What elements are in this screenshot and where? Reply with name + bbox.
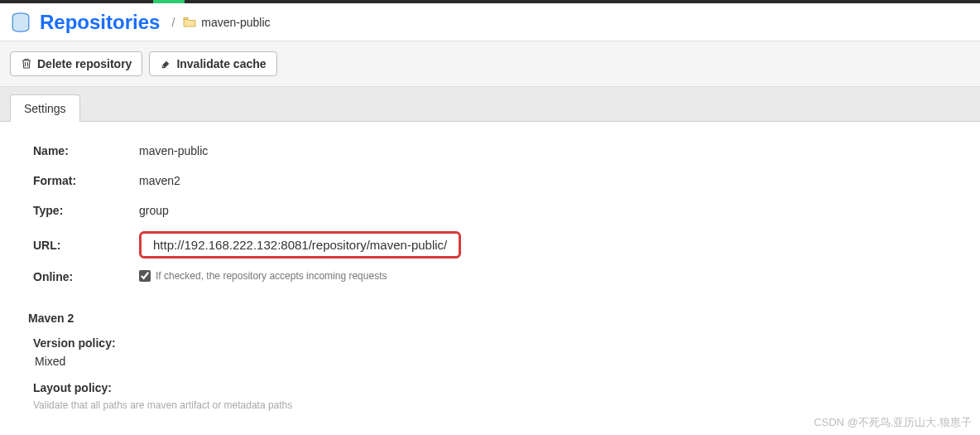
watermark: CSDN @不死鸟.亚历山大.狼崽子 bbox=[814, 415, 972, 430]
url-value[interactable]: http://192.168.222.132:8081/repository/m… bbox=[139, 231, 461, 259]
breadcrumb-separator: / bbox=[171, 16, 175, 29]
action-bar: Delete repository Invalidate cache bbox=[0, 41, 980, 87]
field-format: Format: maven2 bbox=[33, 172, 947, 190]
type-value: group bbox=[139, 204, 169, 217]
delete-repository-button[interactable]: Delete repository bbox=[10, 51, 142, 76]
invalidate-cache-button[interactable]: Invalidate cache bbox=[149, 51, 276, 76]
trash-icon bbox=[21, 58, 32, 70]
field-online: Online: If checked, the repository accep… bbox=[33, 270, 947, 288]
breadcrumb-item[interactable]: maven-public bbox=[201, 16, 270, 29]
version-policy-value: Mixed bbox=[35, 355, 947, 368]
format-value: maven2 bbox=[139, 174, 180, 187]
delete-repository-label: Delete repository bbox=[37, 57, 132, 70]
format-label: Format: bbox=[33, 174, 139, 187]
type-label: Type: bbox=[33, 204, 139, 217]
page-title[interactable]: Repositories bbox=[40, 11, 160, 34]
tabs: Settings bbox=[0, 87, 980, 122]
layout-policy-hint: Validate that all paths are maven artifa… bbox=[33, 399, 947, 411]
version-policy-label: Version policy: bbox=[33, 336, 947, 350]
database-icon bbox=[10, 12, 31, 33]
online-label: Online: bbox=[33, 270, 139, 283]
top-accent-bar bbox=[0, 0, 980, 3]
svg-rect-1 bbox=[184, 17, 188, 19]
invalidate-cache-label: Invalidate cache bbox=[176, 57, 266, 70]
field-name: Name: maven-public bbox=[33, 142, 947, 160]
name-value: maven-public bbox=[139, 144, 208, 157]
eraser-icon bbox=[160, 58, 171, 70]
tab-settings[interactable]: Settings bbox=[10, 94, 80, 122]
online-hint: If checked, the repository accepts incom… bbox=[156, 270, 387, 282]
field-url: URL: http://192.168.222.132:8081/reposit… bbox=[33, 231, 947, 259]
maven2-heading: Maven 2 bbox=[28, 312, 947, 325]
folder-group-icon bbox=[183, 17, 196, 28]
field-type: Type: group bbox=[33, 201, 947, 220]
name-label: Name: bbox=[33, 144, 139, 157]
online-checkbox[interactable] bbox=[139, 270, 151, 282]
layout-policy-label: Layout policy: bbox=[33, 381, 947, 394]
breadcrumb: Repositories / maven-public bbox=[0, 3, 980, 41]
settings-panel: Name: maven-public Format: maven2 Type: … bbox=[0, 122, 980, 431]
url-label: URL: bbox=[33, 239, 139, 252]
